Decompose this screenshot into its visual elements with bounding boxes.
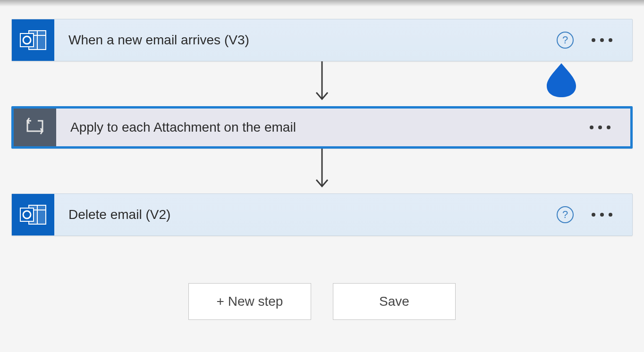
loop-icon (14, 109, 56, 146)
flow-canvas: When a new email arrives (V3) ? Apply to… (0, 0, 644, 334)
outlook-icon (12, 19, 54, 61)
svg-rect-10 (20, 208, 34, 221)
step-actions: ? (557, 206, 632, 223)
svg-rect-3 (20, 34, 34, 47)
help-icon[interactable]: ? (557, 32, 574, 49)
flow-step-delete-email[interactable]: Delete email (V2) ? (11, 193, 633, 236)
new-step-button[interactable]: + New step (188, 283, 311, 320)
more-icon[interactable] (590, 126, 610, 129)
cursor-pointer-icon[interactable] (545, 61, 578, 98)
flow-step-apply-each[interactable]: Apply to each Attachment on the email (11, 106, 633, 149)
connector-arrow (11, 149, 633, 193)
footer-buttons: + New step Save (11, 283, 633, 320)
connector-arrow (11, 61, 633, 106)
step-actions: ? (557, 32, 632, 49)
flow-step-trigger[interactable]: When a new email arrives (V3) ? (11, 19, 633, 61)
step-title: Apply to each Attachment on the email (56, 120, 590, 135)
step-title: When a new email arrives (V3) (54, 33, 557, 48)
outlook-icon (12, 194, 54, 235)
help-icon[interactable]: ? (557, 206, 574, 223)
more-icon[interactable] (592, 38, 612, 42)
save-button[interactable]: Save (333, 283, 456, 320)
step-actions (590, 126, 630, 129)
more-icon[interactable] (592, 213, 612, 217)
step-title: Delete email (V2) (54, 207, 557, 222)
